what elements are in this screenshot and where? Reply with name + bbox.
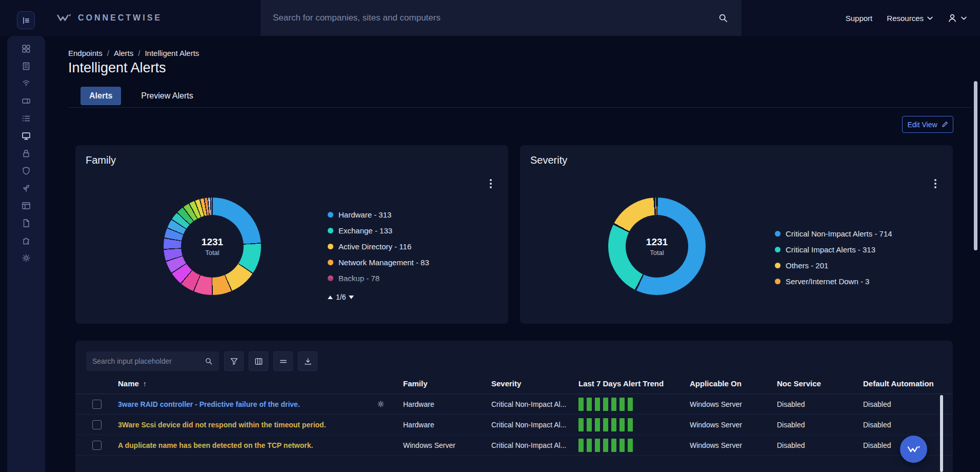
breadcrumb-item-intelligent-alerts[interactable]: Intelligent Alerts	[145, 49, 199, 57]
legend-label: Critical Non-Impact Alerts - 714	[786, 229, 892, 238]
sidebar-item-tickets[interactable]	[16, 93, 36, 109]
column-header-last-7-days-alert-trend[interactable]: Last 7 Days Alert Trend	[578, 379, 690, 388]
brand-logo: CONNECTWISE	[56, 0, 162, 36]
filter-button[interactable]	[224, 351, 244, 371]
resources-menu[interactable]: Resources	[887, 14, 933, 23]
family-total-value: 1231	[202, 237, 223, 248]
sidebar-item-broadcast[interactable]	[16, 76, 36, 91]
trend-sparkline	[578, 398, 683, 411]
sidebar-item-integrations[interactable]	[16, 233, 36, 248]
legend-color-dot	[328, 212, 333, 218]
breadcrumb: Endpoints/Alerts/Intelligent Alerts	[68, 49, 199, 57]
sidebar-item-alert-list[interactable]	[16, 111, 36, 126]
table-scrollbar[interactable]	[940, 395, 943, 472]
sidebar-item-security[interactable]	[16, 146, 36, 161]
legend-label: Active Directory - 116	[338, 242, 411, 251]
breadcrumb-separator: /	[138, 49, 140, 57]
severity-legend-item[interactable]: Server/Internet Down - 3	[775, 277, 892, 286]
sidebar-item-console[interactable]	[16, 198, 36, 213]
sidebar	[7, 36, 45, 472]
app-root: CONNECTWISE Support Resources Endpoints/…	[0, 0, 980, 472]
pagination-down-icon[interactable]	[349, 296, 354, 299]
page-scrollbar[interactable]	[974, 81, 977, 250]
severity-cell: Critical Non-Impact Al...	[491, 400, 578, 408]
kebab-menu-icon[interactable]	[488, 177, 494, 190]
family-legend-item[interactable]: Exchange - 133	[328, 226, 429, 235]
breadcrumb-item-alerts[interactable]: Alerts	[114, 49, 133, 57]
sidebar-collapse-button[interactable]	[17, 11, 35, 29]
table-body: 3ware RAID controller - Predictive failu…	[75, 394, 953, 456]
document-icon	[22, 219, 31, 228]
lock-icon	[22, 149, 31, 158]
applicable-on-cell: Windows Server	[690, 441, 777, 449]
row-settings-gear-icon[interactable]	[377, 400, 385, 408]
family-cell: Windows Server	[403, 441, 491, 449]
breadcrumb-item-endpoints[interactable]: Endpoints	[68, 49, 103, 57]
edit-view-label: Edit View	[907, 121, 937, 129]
column-header-severity[interactable]: Severity	[491, 379, 578, 388]
family-legend-item[interactable]: Backup - 78	[328, 273, 429, 283]
edit-view-button[interactable]: Edit View	[902, 116, 953, 133]
support-link[interactable]: Support	[846, 14, 873, 23]
sidebar-item-documents[interactable]	[16, 215, 36, 231]
search-icon[interactable]	[205, 357, 213, 365]
density-lines-icon	[279, 357, 288, 366]
tab-preview-alerts[interactable]: Preview Alerts	[132, 87, 202, 105]
column-header-name[interactable]: Name↑	[118, 379, 403, 388]
account-menu[interactable]	[947, 13, 967, 23]
gear-icon	[22, 253, 31, 263]
legend-label: Hardware - 313	[338, 210, 391, 219]
family-legend-item[interactable]: Active Directory - 116	[328, 242, 429, 251]
table-row[interactable]: A duplicate name has been detected on th…	[75, 435, 953, 456]
table-search-input[interactable]	[92, 357, 201, 365]
row-checkbox[interactable]	[92, 441, 102, 450]
row-density-button[interactable]	[273, 351, 293, 371]
list-icon	[22, 114, 31, 123]
breadcrumb-separator: /	[107, 49, 109, 57]
table-row[interactable]: 3Ware Scsi device did not respond within…	[75, 415, 953, 435]
severity-legend-item[interactable]: Critical Non-Impact Alerts - 714	[775, 229, 892, 238]
severity-legend-item[interactable]: Critical Impact Alerts - 313	[775, 245, 892, 254]
columns-button[interactable]	[249, 351, 268, 371]
download-button[interactable]	[298, 351, 317, 371]
search-icon[interactable]	[718, 13, 728, 23]
assistant-fab-button[interactable]	[900, 436, 927, 463]
default-automation-cell: Disabled	[863, 421, 953, 429]
column-header-applicable-on[interactable]: Applicable On	[690, 379, 777, 388]
trend-sparkline	[578, 418, 683, 431]
global-search-input[interactable]	[261, 13, 718, 23]
sidebar-item-growth[interactable]	[16, 181, 36, 196]
severity-legend: Critical Non-Impact Alerts - 714Critical…	[775, 229, 892, 286]
table-search	[86, 351, 219, 371]
severity-legend-item[interactable]: Others - 201	[775, 261, 892, 270]
family-legend-item[interactable]: Hardware - 313	[328, 210, 429, 219]
sidebar-item-settings[interactable]	[16, 250, 36, 266]
applicable-on-cell: Windows Server	[690, 421, 777, 429]
kebab-menu-icon[interactable]	[932, 177, 938, 190]
legend-color-dot	[328, 244, 333, 249]
default-automation-cell: Disabled	[863, 400, 953, 408]
row-checkbox[interactable]	[92, 400, 102, 409]
applicable-on-cell: Windows Server	[690, 400, 777, 408]
legend-color-dot	[328, 260, 333, 265]
table-row[interactable]: 3ware RAID controller - Predictive failu…	[75, 394, 953, 415]
severity-cell: Critical Non-Impact Al...	[491, 421, 578, 429]
alert-name-link[interactable]: A duplicate name has been detected on th…	[118, 441, 313, 449]
sidebar-item-protection[interactable]	[16, 163, 36, 179]
family-legend-item[interactable]: Network Management - 83	[328, 258, 429, 267]
family-cell: Hardware	[403, 400, 491, 408]
alert-name-link[interactable]: 3Ware Scsi device did not respond within…	[118, 421, 326, 429]
column-header-noc-service[interactable]: Noc Service	[777, 379, 863, 388]
sidebar-item-companies[interactable]	[16, 58, 36, 74]
alert-name-link[interactable]: 3ware RAID controller - Predictive failu…	[118, 400, 300, 408]
column-header-default-automation[interactable]: Default Automation	[863, 379, 953, 388]
sidebar-item-computers[interactable]	[16, 128, 36, 144]
column-header-family[interactable]: Family	[403, 379, 491, 388]
topbar: CONNECTWISE Support Resources	[0, 0, 980, 36]
family-donut-chart: 1231 Total	[164, 198, 261, 295]
sidebar-item-dashboard[interactable]	[16, 41, 36, 56]
table-toolbar	[86, 351, 317, 371]
row-checkbox[interactable]	[92, 420, 102, 429]
tab-alerts[interactable]: Alerts	[81, 87, 121, 105]
pagination-up-icon[interactable]	[328, 296, 333, 299]
